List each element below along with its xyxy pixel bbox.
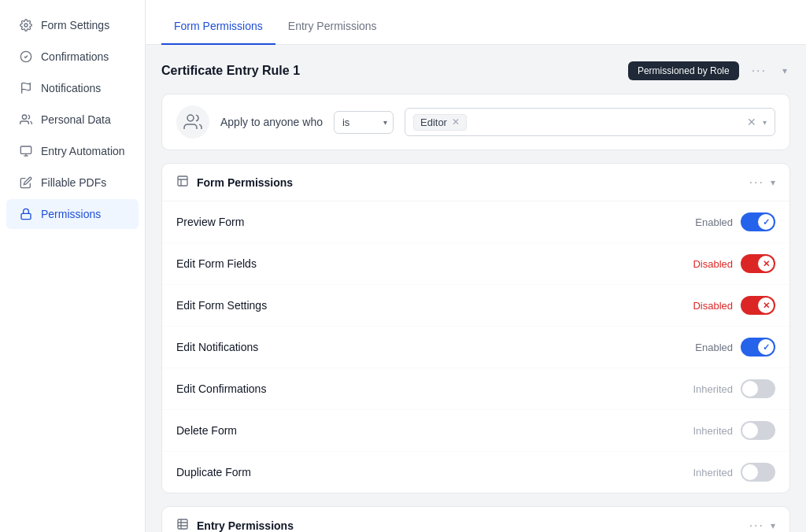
svg-point-8 [187,115,194,121]
toggle-knob-edit-confirmations [742,381,758,397]
entry-permissions-title: Entry Permissions [176,518,294,532]
perm-status-edit-form-fields: Disabled [693,258,733,270]
users-icon [183,113,202,131]
perm-status-edit-confirmations: Inherited [693,383,733,395]
form-permissions-more-icon[interactable]: ··· [749,175,764,190]
perm-row-edit-form-settings: Edit Form Settings Disabled ✕ [162,285,789,327]
flag-icon [19,81,33,95]
editor-tag-label: Editor [420,116,447,128]
entry-permissions-icon [176,518,189,532]
form-permissions-icon [176,175,189,190]
toggle-edit-form-settings[interactable]: ✕ [741,296,775,315]
svg-rect-4 [20,146,31,153]
entry-permissions-more-icon[interactable]: ··· [749,519,764,533]
apply-icon-circle [176,105,209,139]
perm-right-edit-form-fields: Disabled ✕ [693,254,775,273]
lock-icon [19,207,33,221]
automation-icon [19,144,33,158]
toggle-duplicate-form[interactable] [741,463,775,482]
form-permissions-title: Form Permissions [176,175,293,190]
sidebar-label-permissions: Permissions [41,208,101,220]
toggle-edit-notifications[interactable]: ✓ [741,338,775,357]
entry-permissions-title-text: Entry Permissions [197,519,294,532]
tag-input[interactable]: Editor ✕ ✕ ▾ [405,108,775,136]
tag-chevron-icon[interactable]: ▾ [763,118,767,127]
editor-tag-remove-icon[interactable]: ✕ [452,117,460,127]
svg-point-3 [22,115,26,119]
rule-collapse-icon[interactable]: ▾ [779,62,790,79]
perm-name-preview-form: Preview Form [176,216,244,228]
perm-right-edit-notifications: Enabled ✓ [695,338,775,357]
form-permissions-header: Form Permissions ··· ▾ [162,164,789,201]
condition-dropdown[interactable]: is is not [334,111,394,134]
toggle-knob-edit-form-fields: ✕ [758,256,774,272]
apply-row: Apply to anyone who is is not ▾ Editor ✕… [161,94,790,150]
toggle-knob-edit-notifications: ✓ [758,339,774,355]
toggle-edit-confirmations[interactable] [741,379,775,398]
toggle-delete-form[interactable] [741,421,775,440]
tag-clear-icon[interactable]: ✕ [747,116,756,128]
sidebar-label-entry-automation: Entry Automation [41,145,125,157]
perm-name-edit-confirmations: Edit Confirmations [176,382,266,395]
perm-name-edit-notifications: Edit Notifications [176,341,258,353]
sidebar-item-fillable-pdfs[interactable]: Fillable PDFs [6,168,139,198]
check-circle-icon [19,50,33,64]
entry-permissions-controls: ··· ▾ [749,519,775,533]
perm-right-preview-form: Enabled ✓ [695,212,775,231]
tab-form-permissions[interactable]: Form Permissions [161,9,275,45]
apply-condition-select[interactable]: is is not ▾ [334,111,394,134]
perm-row-edit-notifications: Edit Notifications Enabled ✓ [162,327,789,368]
svg-rect-7 [21,213,31,219]
sidebar: Form Settings Confirmations Notification… [0,0,146,532]
rule-header: Certificate Entry Rule 1 Permissioned by… [161,61,790,81]
perm-row-delete-form: Delete Form Inherited [162,410,789,452]
edit-icon [19,175,33,190]
form-permissions-controls: ··· ▾ [749,175,775,190]
perm-right-edit-confirmations: Inherited [693,379,775,398]
sidebar-item-permissions[interactable]: Permissions [6,199,139,229]
perm-right-delete-form: Inherited [693,421,775,440]
content-area: Certificate Entry Rule 1 Permissioned by… [146,45,806,532]
svg-rect-12 [178,519,187,529]
perm-row-edit-confirmations: Edit Confirmations Inherited [162,368,789,410]
rule-more-options-icon[interactable]: ··· [749,61,770,81]
perm-status-preview-form: Enabled [695,216,733,228]
sidebar-item-form-settings[interactable]: Form Settings [6,10,139,40]
perm-row-duplicate-form: Duplicate Form Inherited [162,452,789,493]
sidebar-label-personal-data: Personal Data [41,113,111,126]
sidebar-label-fillable-pdfs: Fillable PDFs [41,176,106,189]
perm-status-edit-notifications: Enabled [695,342,733,353]
perm-name-delete-form: Delete Form [176,424,237,437]
sidebar-label-notifications: Notifications [41,82,101,94]
perm-row-edit-form-fields: Edit Form Fields Disabled ✕ [162,243,789,285]
toggle-knob-delete-form [742,423,758,438]
sidebar-item-confirmations[interactable]: Confirmations [6,42,139,72]
form-permissions-card: Form Permissions ··· ▾ Preview Form Enab… [161,163,790,493]
sidebar-label-confirmations: Confirmations [41,50,109,63]
sidebar-item-entry-automation[interactable]: Entry Automation [6,136,139,166]
svg-rect-9 [178,176,187,186]
rule-header-right: Permissioned by Role ··· ▾ [628,61,790,81]
editor-tag: Editor ✕ [413,114,467,131]
perm-status-delete-form: Inherited [693,425,733,437]
perm-row-preview-form: Preview Form Enabled ✓ [162,201,789,243]
toggle-knob-edit-form-settings: ✕ [758,297,774,313]
perm-status-duplicate-form: Inherited [693,467,733,478]
apply-label: Apply to anyone who [220,116,323,128]
perm-status-edit-form-settings: Disabled [693,300,733,312]
form-permissions-title-text: Form Permissions [197,176,293,189]
main-content: Form Permissions Entry Permissions Certi… [146,0,806,532]
form-permissions-collapse-icon[interactable]: ▾ [771,177,775,188]
permissioned-badge: Permissioned by Role [628,61,739,80]
entry-permissions-card: Entry Permissions ··· ▾ View Entries Ena… [161,506,790,532]
perm-right-edit-form-settings: Disabled ✕ [693,296,775,315]
perm-name-edit-form-settings: Edit Form Settings [176,299,267,312]
toggle-preview-form[interactable]: ✓ [741,212,775,231]
sidebar-item-notifications[interactable]: Notifications [6,73,139,103]
entry-permissions-collapse-icon[interactable]: ▾ [771,520,775,531]
sidebar-item-personal-data[interactable]: Personal Data [6,105,139,135]
toggle-edit-form-fields[interactable]: ✕ [741,254,775,273]
perm-name-edit-form-fields: Edit Form Fields [176,257,257,270]
tab-entry-permissions[interactable]: Entry Permissions [275,9,390,45]
gear-icon [19,18,33,32]
